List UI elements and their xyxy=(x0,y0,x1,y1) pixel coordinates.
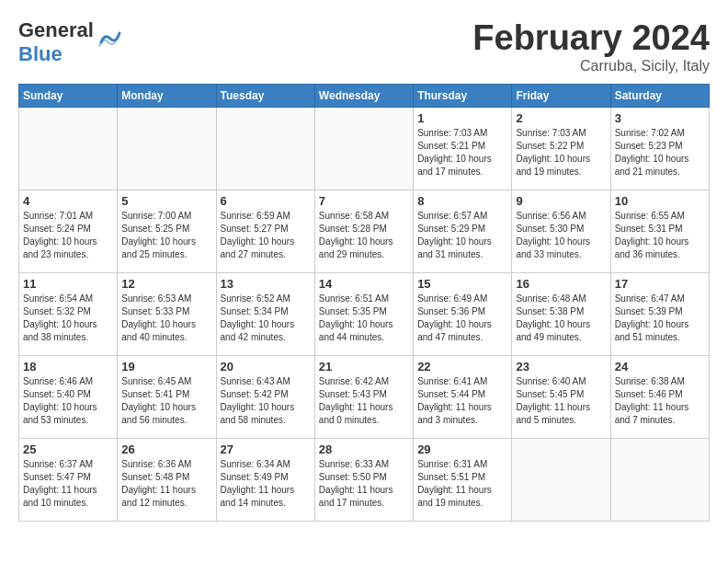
day-info: Sunrise: 7:00 AM Sunset: 5:25 PM Dayligh… xyxy=(121,210,211,261)
day-number: 2 xyxy=(516,111,606,125)
day-info: Sunrise: 6:48 AM Sunset: 5:38 PM Dayligh… xyxy=(516,293,606,344)
day-info: Sunrise: 6:41 AM Sunset: 5:44 PM Dayligh… xyxy=(417,375,507,427)
day-number: 27 xyxy=(221,442,311,456)
day-info: Sunrise: 6:54 AM Sunset: 5:32 PM Dayligh… xyxy=(23,293,113,344)
day-number: 25 xyxy=(23,442,113,456)
weekday-header-sunday: Sunday xyxy=(19,85,118,108)
weekday-header-saturday: Saturday xyxy=(610,85,709,108)
day-info: Sunrise: 6:47 AM Sunset: 5:39 PM Dayligh… xyxy=(615,293,705,344)
calendar-day: 26Sunrise: 6:36 AM Sunset: 5:48 PM Dayli… xyxy=(118,439,216,522)
day-number: 21 xyxy=(319,360,409,373)
calendar-week-5: 25Sunrise: 6:37 AM Sunset: 5:47 PM Dayli… xyxy=(19,439,710,522)
day-info: Sunrise: 6:52 AM Sunset: 5:34 PM Dayligh… xyxy=(221,293,311,344)
day-info: Sunrise: 6:58 AM Sunset: 5:28 PM Dayligh… xyxy=(319,210,409,261)
calendar-week-4: 18Sunrise: 6:46 AM Sunset: 5:40 PM Dayli… xyxy=(19,356,710,439)
day-info: Sunrise: 7:02 AM Sunset: 5:23 PM Dayligh… xyxy=(615,127,705,178)
day-info: Sunrise: 6:51 AM Sunset: 5:35 PM Dayligh… xyxy=(319,293,409,344)
calendar-day: 19Sunrise: 6:45 AM Sunset: 5:41 PM Dayli… xyxy=(118,356,216,439)
calendar-day: 10Sunrise: 6:55 AM Sunset: 5:31 PM Dayli… xyxy=(610,190,709,273)
calendar-week-2: 4Sunrise: 7:01 AM Sunset: 5:24 PM Daylig… xyxy=(19,190,710,273)
page-header: General Blue February 2024 Carruba, Sici… xyxy=(18,18,710,75)
day-info: Sunrise: 6:56 AM Sunset: 5:30 PM Dayligh… xyxy=(516,210,606,261)
day-info: Sunrise: 6:57 AM Sunset: 5:29 PM Dayligh… xyxy=(417,210,507,261)
day-number: 15 xyxy=(417,277,507,291)
day-info: Sunrise: 6:31 AM Sunset: 5:51 PM Dayligh… xyxy=(417,458,507,510)
weekday-header-thursday: Thursday xyxy=(414,85,512,108)
calendar-day: 20Sunrise: 6:43 AM Sunset: 5:42 PM Dayli… xyxy=(216,356,314,439)
day-number: 23 xyxy=(516,360,606,373)
day-info: Sunrise: 6:49 AM Sunset: 5:36 PM Dayligh… xyxy=(417,293,507,344)
day-number: 5 xyxy=(121,194,211,208)
calendar-week-1: 1Sunrise: 7:03 AM Sunset: 5:21 PM Daylig… xyxy=(19,108,710,190)
calendar-day: 1Sunrise: 7:03 AM Sunset: 5:21 PM Daylig… xyxy=(414,108,512,190)
day-number: 14 xyxy=(319,277,409,291)
day-info: Sunrise: 6:42 AM Sunset: 5:43 PM Dayligh… xyxy=(319,375,409,427)
calendar-day: 12Sunrise: 6:53 AM Sunset: 5:33 PM Dayli… xyxy=(118,273,216,356)
calendar-day: 25Sunrise: 6:37 AM Sunset: 5:47 PM Dayli… xyxy=(19,439,118,522)
day-number: 13 xyxy=(221,277,311,291)
calendar-day: 15Sunrise: 6:49 AM Sunset: 5:36 PM Dayli… xyxy=(414,273,512,356)
day-info: Sunrise: 6:38 AM Sunset: 5:46 PM Dayligh… xyxy=(615,375,705,427)
calendar-day: 3Sunrise: 7:02 AM Sunset: 5:23 PM Daylig… xyxy=(610,108,709,190)
day-number: 3 xyxy=(615,111,705,125)
weekday-header-wednesday: Wednesday xyxy=(314,85,413,108)
calendar-day xyxy=(216,108,314,190)
calendar-day: 17Sunrise: 6:47 AM Sunset: 5:39 PM Dayli… xyxy=(610,273,709,356)
day-number: 4 xyxy=(23,194,113,208)
calendar-day: 27Sunrise: 6:34 AM Sunset: 5:49 PM Dayli… xyxy=(216,439,314,522)
calendar-day xyxy=(118,108,216,190)
day-number: 17 xyxy=(615,277,705,291)
calendar-week-3: 11Sunrise: 6:54 AM Sunset: 5:32 PM Dayli… xyxy=(19,273,710,356)
calendar-day: 7Sunrise: 6:58 AM Sunset: 5:28 PM Daylig… xyxy=(314,190,413,273)
logo-text: General Blue xyxy=(18,18,94,66)
calendar-day: 16Sunrise: 6:48 AM Sunset: 5:38 PM Dayli… xyxy=(512,273,610,356)
day-number: 9 xyxy=(516,194,606,208)
day-info: Sunrise: 6:43 AM Sunset: 5:42 PM Dayligh… xyxy=(221,375,311,427)
day-number: 16 xyxy=(516,277,606,291)
calendar-day: 2Sunrise: 7:03 AM Sunset: 5:22 PM Daylig… xyxy=(512,108,610,190)
day-number: 19 xyxy=(121,360,211,373)
day-number: 8 xyxy=(417,194,507,208)
month-title: February 2024 xyxy=(472,18,710,58)
calendar-day: 18Sunrise: 6:46 AM Sunset: 5:40 PM Dayli… xyxy=(19,356,118,439)
day-info: Sunrise: 6:33 AM Sunset: 5:50 PM Dayligh… xyxy=(319,458,409,510)
calendar-header-row: SundayMondayTuesdayWednesdayThursdayFrid… xyxy=(19,85,710,108)
logo-blue: Blue xyxy=(18,42,63,65)
day-number: 6 xyxy=(221,194,311,208)
calendar-day xyxy=(19,108,118,190)
day-number: 1 xyxy=(417,111,507,125)
calendar-day: 14Sunrise: 6:51 AM Sunset: 5:35 PM Dayli… xyxy=(314,273,413,356)
logo-general: General xyxy=(18,18,94,41)
day-info: Sunrise: 7:03 AM Sunset: 5:21 PM Dayligh… xyxy=(417,127,507,178)
day-number: 10 xyxy=(615,194,705,208)
day-info: Sunrise: 6:34 AM Sunset: 5:49 PM Dayligh… xyxy=(221,458,311,510)
calendar-day: 28Sunrise: 6:33 AM Sunset: 5:50 PM Dayli… xyxy=(314,439,413,522)
day-info: Sunrise: 7:03 AM Sunset: 5:22 PM Dayligh… xyxy=(516,127,606,178)
day-info: Sunrise: 6:37 AM Sunset: 5:47 PM Dayligh… xyxy=(23,458,113,510)
title-block: February 2024 Carruba, Sicily, Italy xyxy=(472,18,710,75)
day-info: Sunrise: 6:45 AM Sunset: 5:41 PM Dayligh… xyxy=(121,375,211,427)
day-number: 20 xyxy=(221,360,311,373)
calendar-day: 6Sunrise: 6:59 AM Sunset: 5:27 PM Daylig… xyxy=(216,190,314,273)
logo-wave-icon xyxy=(97,24,123,53)
calendar-day: 23Sunrise: 6:40 AM Sunset: 5:45 PM Dayli… xyxy=(512,356,610,439)
day-number: 18 xyxy=(23,360,113,373)
weekday-header-tuesday: Tuesday xyxy=(216,85,314,108)
weekday-header-friday: Friday xyxy=(512,85,610,108)
calendar-day: 29Sunrise: 6:31 AM Sunset: 5:51 PM Dayli… xyxy=(414,439,512,522)
calendar-day: 24Sunrise: 6:38 AM Sunset: 5:46 PM Dayli… xyxy=(610,356,709,439)
day-number: 28 xyxy=(319,442,409,456)
day-info: Sunrise: 6:40 AM Sunset: 5:45 PM Dayligh… xyxy=(516,375,606,427)
calendar-day xyxy=(610,439,709,522)
calendar-day xyxy=(314,108,413,190)
logo: General Blue xyxy=(18,18,123,66)
day-number: 26 xyxy=(121,442,211,456)
day-info: Sunrise: 6:53 AM Sunset: 5:33 PM Dayligh… xyxy=(121,293,211,344)
calendar-day: 13Sunrise: 6:52 AM Sunset: 5:34 PM Dayli… xyxy=(216,273,314,356)
calendar-day: 4Sunrise: 7:01 AM Sunset: 5:24 PM Daylig… xyxy=(19,190,118,273)
day-info: Sunrise: 6:46 AM Sunset: 5:40 PM Dayligh… xyxy=(23,375,113,427)
calendar-day: 22Sunrise: 6:41 AM Sunset: 5:44 PM Dayli… xyxy=(414,356,512,439)
calendar-day: 8Sunrise: 6:57 AM Sunset: 5:29 PM Daylig… xyxy=(414,190,512,273)
calendar-day: 5Sunrise: 7:00 AM Sunset: 5:25 PM Daylig… xyxy=(118,190,216,273)
day-number: 12 xyxy=(121,277,211,291)
